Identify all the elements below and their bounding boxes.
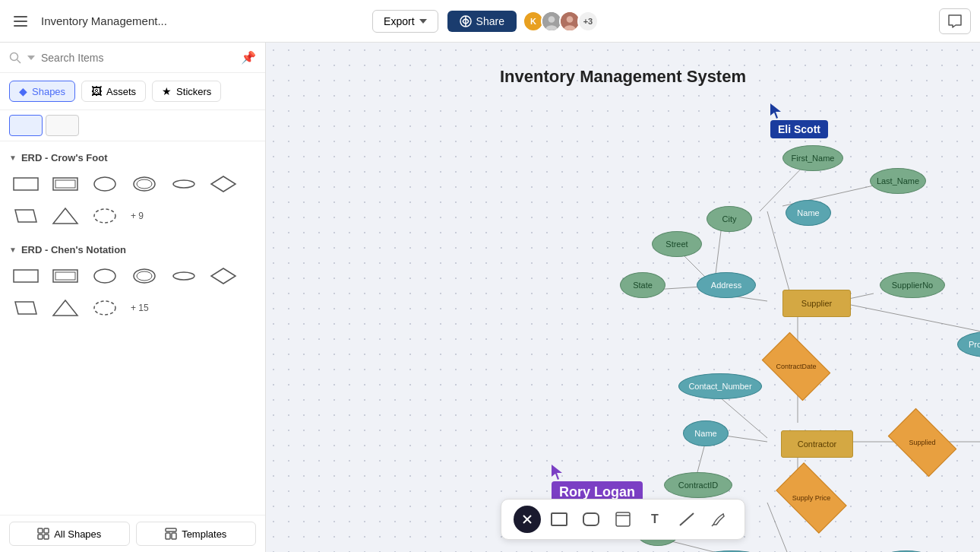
svg-point-29 — [137, 271, 152, 281]
shape-chen-flat-ellipse[interactable] — [167, 263, 201, 289]
node-address[interactable]: Address — [697, 272, 756, 298]
shape-double-rect[interactable] — [49, 171, 82, 197]
tab-stickers[interactable]: ★ Stickers — [152, 81, 221, 102]
bottom-nav: All Shapes Templates — [0, 515, 265, 552]
share-button[interactable]: Share — [447, 11, 517, 32]
scroll-tab-1[interactable] — [9, 115, 43, 136]
node-supply-price[interactable]: Supply Price — [781, 478, 842, 518]
shape-chen-ellipse[interactable] — [88, 263, 122, 289]
node-first-name[interactable]: First_Name — [782, 145, 843, 171]
svg-rect-41 — [172, 533, 176, 539]
shapes-row-1b: + 9 — [9, 203, 256, 229]
svg-rect-39 — [166, 528, 176, 531]
more-crowsfoot[interactable]: + 9 — [128, 209, 147, 223]
section-header-crowsfoot[interactable]: ▼ ERD - Crow's Foot — [9, 152, 256, 163]
rory-logan-cursor: Rory Logan — [552, 465, 643, 503]
svg-point-6 — [548, 16, 555, 23]
sticky-note-tool[interactable] — [609, 506, 637, 533]
shape-rectangle[interactable] — [9, 171, 43, 197]
tab-shapes[interactable]: ◆ Shapes — [9, 81, 75, 102]
shape-chen-parallelogram[interactable] — [9, 295, 43, 321]
node-name-supply[interactable]: Name — [786, 200, 831, 226]
shape-chen-double-ellipse[interactable] — [128, 263, 161, 289]
rounded-rect-tool[interactable] — [577, 506, 605, 533]
svg-point-30 — [173, 272, 194, 280]
canvas-title: Inventory Management System — [500, 67, 746, 87]
shape-flat-ellipse[interactable] — [167, 171, 201, 197]
tab-assets[interactable]: 🖼 Assets — [81, 81, 146, 102]
node-city[interactable]: City — [707, 206, 752, 232]
shape-tabs: ◆ Shapes 🖼 Assets ★ Stickers — [0, 73, 265, 110]
node-last-name[interactable]: Last_Name — [870, 168, 926, 194]
shape-chen-dashed-ellipse[interactable] — [88, 295, 122, 321]
node-street[interactable]: Street — [652, 231, 702, 257]
section-arrow-2: ▼ — [9, 246, 17, 254]
all-shapes-button[interactable]: All Shapes — [9, 522, 130, 546]
section-header-chen[interactable]: ▼ ERD - Chen's Notation — [9, 244, 256, 255]
svg-point-9 — [567, 16, 574, 23]
svg-rect-73 — [552, 513, 567, 525]
menu-button[interactable] — [9, 11, 32, 31]
svg-marker-69 — [770, 103, 781, 119]
pen-tool[interactable] — [705, 506, 732, 533]
shape-dashed-ellipse[interactable] — [88, 203, 122, 229]
avatar-more: +3 — [577, 11, 599, 32]
close-tool[interactable] — [514, 506, 541, 533]
canvas-area[interactable]: Inventory Management System — [266, 43, 980, 552]
shape-parallelogram[interactable] — [9, 203, 43, 229]
node-supplied[interactable]: Supplied — [893, 423, 951, 462]
svg-rect-24 — [14, 270, 38, 282]
shape-chen-rectangle[interactable] — [9, 263, 43, 289]
node-contractId[interactable]: ContractID — [664, 472, 732, 498]
rectangle-tool[interactable] — [545, 506, 573, 533]
section-arrow-1: ▼ — [9, 154, 17, 162]
node-name-cont[interactable]: Name — [683, 420, 729, 446]
svg-rect-26 — [55, 272, 75, 280]
svg-rect-15 — [55, 180, 75, 188]
shape-chen-triangle[interactable] — [49, 295, 82, 321]
eli-scott-label: Eli Scott — [770, 120, 828, 138]
shape-ellipse[interactable] — [88, 171, 122, 197]
text-tool[interactable]: T — [641, 506, 669, 533]
node-state[interactable]: State — [620, 272, 665, 298]
shape-triangle[interactable] — [49, 203, 82, 229]
svg-point-11 — [11, 52, 18, 60]
shape-double-ellipse[interactable] — [128, 171, 161, 197]
share-label: Share — [476, 15, 504, 27]
svg-rect-13 — [14, 178, 38, 190]
search-input[interactable] — [41, 52, 235, 64]
svg-line-12 — [17, 59, 21, 63]
svg-rect-35 — [38, 528, 43, 533]
search-dropdown-icon — [27, 56, 35, 60]
svg-point-27 — [94, 269, 115, 283]
export-button[interactable]: Export — [372, 10, 438, 33]
svg-rect-38 — [44, 535, 49, 539]
svg-marker-31 — [211, 268, 236, 284]
svg-marker-32 — [15, 302, 36, 314]
shapes-row-2a — [9, 263, 256, 289]
comment-button[interactable] — [939, 8, 971, 34]
pin-icon: 📌 — [241, 50, 256, 65]
svg-rect-2 — [14, 25, 27, 27]
grid-icon — [37, 528, 49, 540]
svg-line-77 — [680, 513, 694, 525]
node-contractor[interactable]: Contractor — [781, 430, 853, 458]
shape-chen-diamond[interactable] — [207, 263, 240, 289]
templates-button[interactable]: Templates — [136, 522, 257, 546]
scroll-tab-2[interactable] — [46, 115, 79, 136]
node-supplierNo[interactable]: SupplierNo — [880, 272, 945, 298]
node-contract-date[interactable]: ContractDate — [767, 347, 825, 386]
svg-marker-20 — [211, 176, 236, 192]
node-contact-number[interactable]: Contact_Number — [678, 373, 762, 399]
svg-rect-37 — [38, 535, 43, 539]
assets-icon: 🖼 — [91, 85, 102, 97]
svg-point-18 — [137, 179, 152, 189]
svg-rect-75 — [616, 512, 630, 526]
shape-diamond[interactable] — [207, 171, 240, 197]
node-productNo[interactable]: ProductNo — [957, 332, 980, 357]
shapes-list: ▼ ERD - Crow's Foot — [0, 141, 265, 515]
node-supplier[interactable]: Supplier — [782, 290, 851, 317]
line-tool[interactable] — [673, 506, 700, 533]
shape-chen-double-rect[interactable] — [49, 263, 82, 289]
more-chen[interactable]: + 15 — [128, 301, 152, 315]
